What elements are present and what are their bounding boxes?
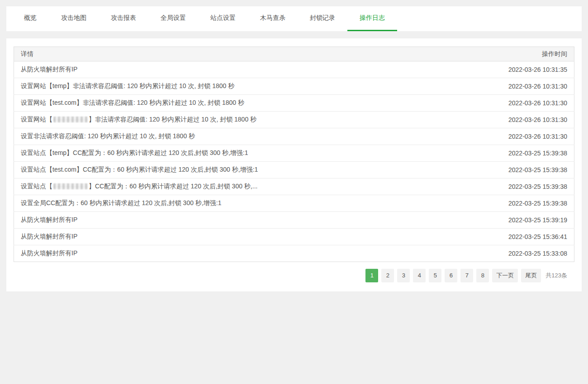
- page-button-7[interactable]: 7: [460, 269, 473, 282]
- row-detail: 从防火墙解封所有IP: [14, 245, 449, 262]
- row-detail: 从防火墙解封所有IP: [14, 229, 449, 245]
- row-detail: 设置站点【】CC配置为：60 秒内累计请求超过 120 次后,封锁 300 秒,…: [14, 178, 449, 195]
- row-time: 2022-03-25 15:39:38: [449, 195, 574, 212]
- row-time: 2022-03-25 15:39:38: [449, 162, 574, 178]
- tab-attack-report[interactable]: 攻击报表: [99, 6, 148, 31]
- row-time: 2022-03-25 15:39:38: [449, 178, 574, 195]
- row-time: 2022-03-26 10:31:30: [449, 95, 574, 112]
- row-time: 2022-03-25 15:39:38: [449, 145, 574, 162]
- column-header-time: 操作时间: [449, 47, 574, 61]
- tab-block-records[interactable]: 封锁记录: [298, 6, 347, 31]
- redacted-text: [53, 183, 88, 189]
- next-page-button[interactable]: 下一页: [492, 269, 518, 282]
- table-row: 设置站点【test.com】CC配置为：60 秒内累计请求超过 120 次后,封…: [14, 162, 574, 178]
- table-row: 从防火墙解封所有IP2022-03-25 15:36:41: [14, 229, 574, 245]
- row-detail: 设置站点【test.com】CC配置为：60 秒内累计请求超过 120 次后,封…: [14, 162, 449, 178]
- table-row: 设置网站【temp】非法请求容忍阈值: 120 秒内累计超过 10 次, 封锁 …: [14, 78, 574, 95]
- row-detail: 设置网站【test.com】非法请求容忍阈值: 120 秒内累计超过 10 次,…: [14, 95, 449, 112]
- table-row: 设置站点【】CC配置为：60 秒内累计请求超过 120 次后,封锁 300 秒,…: [14, 178, 574, 195]
- table-row: 设置非法请求容忍阈值: 120 秒内累计超过 10 次, 封锁 1800 秒20…: [14, 128, 574, 145]
- table-header-row: 详情 操作时间: [14, 47, 574, 61]
- tab-attack-map[interactable]: 攻击地图: [49, 6, 99, 31]
- row-detail: 设置站点【temp】CC配置为：60 秒内累计请求超过 120 次后,封锁 30…: [14, 145, 449, 162]
- row-time: 2022-03-25 15:33:08: [449, 245, 574, 262]
- row-time: 2022-03-26 10:31:30: [449, 112, 574, 128]
- table-row: 从防火墙解封所有IP2022-03-26 10:31:35: [14, 61, 574, 78]
- top-navigation: 概览攻击地图攻击报表全局设置站点设置木马查杀封锁记录操作日志: [6, 6, 582, 31]
- tab-trojan-scan[interactable]: 木马查杀: [248, 6, 298, 31]
- row-detail: 设置非法请求容忍阈值: 120 秒内累计超过 10 次, 封锁 1800 秒: [14, 128, 449, 145]
- table-row: 设置网站【test.com】非法请求容忍阈值: 120 秒内累计超过 10 次,…: [14, 95, 574, 112]
- row-detail: 设置全局CC配置为：60 秒内累计请求超过 120 次后,封锁 300 秒,增强…: [14, 195, 449, 212]
- row-detail: 从防火墙解封所有IP: [14, 212, 449, 229]
- row-time: 2022-03-25 15:39:19: [449, 212, 574, 229]
- page-number-buttons: 12345678: [362, 269, 489, 282]
- last-page-button[interactable]: 尾页: [521, 269, 541, 282]
- row-time: 2022-03-26 10:31:30: [449, 78, 574, 95]
- row-detail: 设置网站【】非法请求容忍阈值: 120 秒内累计超过 10 次, 封锁 1800…: [14, 112, 449, 128]
- page-button-4[interactable]: 4: [413, 269, 426, 282]
- row-detail: 设置网站【temp】非法请求容忍阈值: 120 秒内累计超过 10 次, 封锁 …: [14, 78, 449, 95]
- operation-log-table: 详情 操作时间 从防火墙解封所有IP2022-03-26 10:31:35设置网…: [14, 47, 574, 262]
- page-button-5[interactable]: 5: [429, 269, 441, 282]
- page-button-1[interactable]: 1: [365, 269, 378, 282]
- page-button-8[interactable]: 8: [476, 269, 489, 282]
- table-row: 从防火墙解封所有IP2022-03-25 15:33:08: [14, 245, 574, 262]
- redacted-text: [53, 117, 88, 122]
- tab-site-settings[interactable]: 站点设置: [198, 6, 248, 31]
- table-row: 设置站点【temp】CC配置为：60 秒内累计请求超过 120 次后,封锁 30…: [14, 145, 574, 162]
- column-header-detail: 详情: [14, 47, 449, 61]
- table-row: 从防火墙解封所有IP2022-03-25 15:39:19: [14, 212, 574, 229]
- page-button-2[interactable]: 2: [381, 269, 394, 282]
- operation-log-card: 详情 操作时间 从防火墙解封所有IP2022-03-26 10:31:35设置网…: [6, 38, 582, 291]
- tab-overview[interactable]: 概览: [12, 6, 49, 31]
- tab-operation-log[interactable]: 操作日志: [347, 6, 397, 31]
- total-count-label: 共123条: [545, 272, 567, 280]
- page-button-3[interactable]: 3: [397, 269, 410, 282]
- row-time: 2022-03-26 10:31:30: [449, 128, 574, 145]
- row-time: 2022-03-26 10:31:35: [449, 61, 574, 78]
- row-detail: 从防火墙解封所有IP: [14, 61, 449, 78]
- row-time: 2022-03-25 15:36:41: [449, 229, 574, 245]
- pagination: 12345678 下一页 尾页 共123条: [14, 269, 574, 282]
- tab-global-settings[interactable]: 全局设置: [148, 6, 198, 31]
- page-button-6[interactable]: 6: [445, 269, 457, 282]
- table-row: 设置全局CC配置为：60 秒内累计请求超过 120 次后,封锁 300 秒,增强…: [14, 195, 574, 212]
- table-row: 设置网站【】非法请求容忍阈值: 120 秒内累计超过 10 次, 封锁 1800…: [14, 112, 574, 128]
